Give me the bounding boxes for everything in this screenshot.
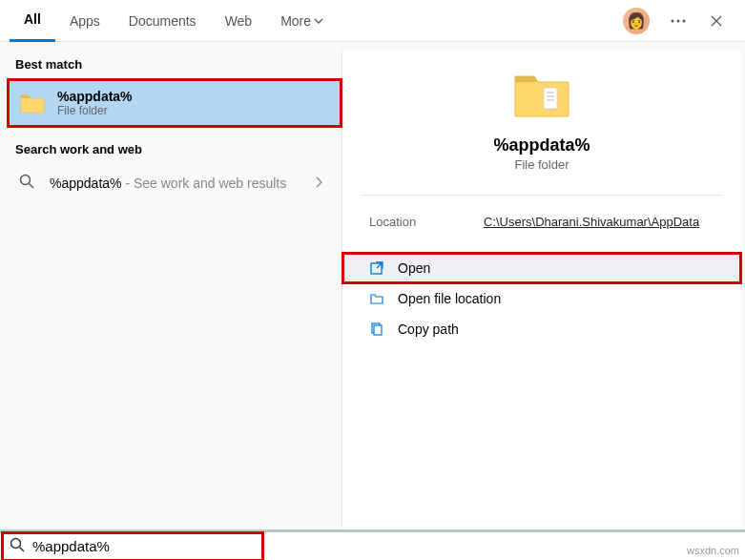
web-search-heading: Search work and web [8, 138, 341, 164]
result-text: %appdata% File folder [57, 89, 330, 117]
preview-panel: %appdata% File folder Location C:\Users\… [341, 50, 741, 529]
copy-path-label: Copy path [398, 321, 459, 337]
avatar[interactable]: 👩 [623, 8, 650, 34]
main-content: Best match %appdata% File folder Search … [0, 42, 745, 529]
location-label: Location [369, 215, 484, 229]
folder-open-icon [369, 291, 384, 306]
copy-icon [369, 321, 384, 337]
svg-rect-4 [544, 88, 557, 109]
result-title: %appdata% [57, 89, 330, 104]
preview-title: %appdata% [493, 135, 590, 156]
folder-icon [511, 69, 572, 122]
search-bar [0, 529, 745, 560]
close-button[interactable] [697, 0, 735, 42]
folder-icon [19, 92, 46, 114]
chevron-down-icon [314, 13, 323, 29]
svg-point-11 [11, 538, 21, 548]
tab-all[interactable]: All [10, 0, 55, 42]
watermark: wsxdn.com [687, 545, 739, 556]
best-match-heading: Best match [8, 53, 341, 79]
ellipsis-icon [671, 19, 686, 23]
tab-web[interactable]: Web [211, 0, 267, 42]
web-result-text: %appdata% - See work and web results [50, 176, 307, 191]
search-icon [10, 537, 25, 556]
search-box[interactable] [4, 534, 261, 559]
svg-point-2 [683, 19, 686, 22]
open-icon [369, 260, 384, 276]
svg-point-1 [677, 19, 680, 22]
tab-more-label: More [280, 13, 311, 29]
web-search-result[interactable]: %appdata% - See work and web results [8, 164, 341, 202]
web-suffix: - See work and web results [122, 176, 287, 191]
tab-documents[interactable]: Documents [114, 0, 211, 42]
svg-point-0 [672, 19, 674, 22]
location-value[interactable]: C:\Users\Dharani.Shivakumar\AppData [484, 215, 699, 229]
location-row: Location C:\Users\Dharani.Shivakumar\App… [342, 196, 741, 252]
search-input[interactable] [32, 538, 256, 554]
open-label: Open [398, 260, 430, 276]
web-query: %appdata% [50, 176, 122, 191]
open-action[interactable]: Open [342, 253, 741, 283]
tab-apps[interactable]: Apps [55, 0, 114, 42]
close-icon [710, 14, 723, 28]
best-match-result[interactable]: %appdata% File folder [8, 79, 341, 127]
chevron-right-icon[interactable] [307, 175, 330, 192]
results-panel: Best match %appdata% File folder Search … [0, 42, 341, 529]
svg-point-3 [21, 176, 31, 185]
preview-subtitle: File folder [514, 157, 569, 172]
svg-rect-10 [374, 325, 382, 335]
search-icon [19, 174, 36, 193]
result-subtitle: File folder [57, 104, 330, 117]
tab-more[interactable]: More [266, 0, 338, 42]
more-options-button[interactable] [659, 0, 697, 42]
open-location-label: Open file location [398, 291, 501, 306]
preview-header: %appdata% File folder [342, 50, 741, 195]
open-location-action[interactable]: Open file location [342, 283, 741, 314]
top-nav: All Apps Documents Web More 👩 [0, 0, 745, 42]
copy-path-action[interactable]: Copy path [342, 314, 741, 344]
